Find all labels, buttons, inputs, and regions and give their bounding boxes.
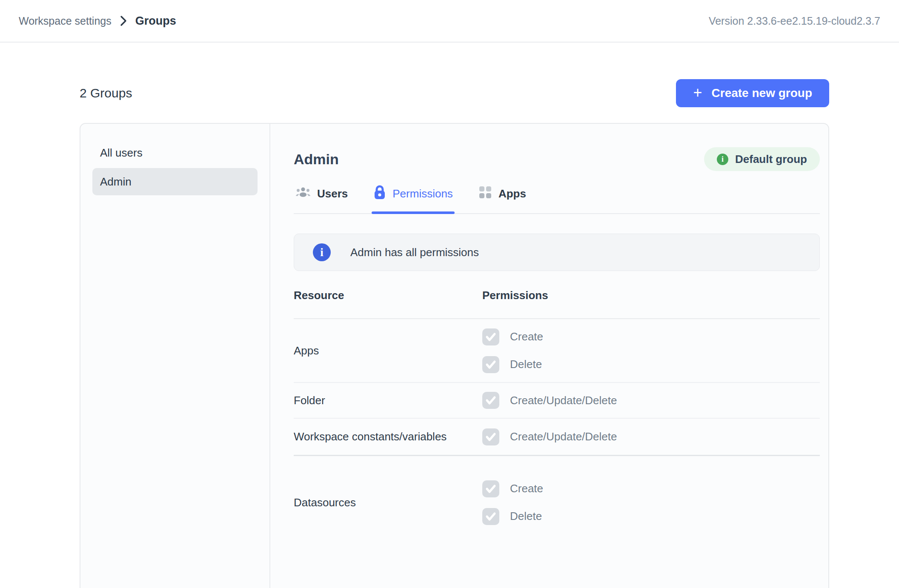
default-group-badge: i Default group: [704, 147, 820, 171]
groups-list-sidebar: All users Admin: [80, 124, 270, 588]
permissions-table-header: Resource Permissions: [294, 271, 820, 319]
resource-column-header: Resource: [294, 289, 482, 302]
plus-icon: +: [693, 85, 702, 100]
permissions-cell: Create Delete: [482, 480, 820, 525]
group-detail-panel: Admin i Default group: [270, 124, 828, 588]
resource-label: Apps: [294, 344, 482, 357]
sidebar-item-all-users[interactable]: All users: [92, 139, 258, 166]
lock-icon: [373, 185, 386, 203]
groups-card: All users Admin Admin i Default group: [80, 123, 829, 588]
users-icon: [295, 186, 311, 202]
grid-icon: [478, 186, 492, 202]
resource-label: Workspace constants/variables: [294, 430, 482, 443]
permissions-table: Resource Permissions Apps Create: [294, 271, 820, 549]
tab-permissions[interactable]: Permissions: [372, 182, 455, 213]
tab-apps[interactable]: Apps: [477, 182, 528, 213]
permission-label: Delete: [510, 510, 542, 523]
green-info-icon: i: [717, 154, 728, 165]
create-checkbox-checked[interactable]: [482, 480, 499, 497]
create-checkbox-checked[interactable]: [482, 328, 499, 345]
groups-count: 2 Groups: [80, 86, 132, 100]
permission-label: Create/Update/Delete: [510, 394, 617, 407]
tab-apps-label: Apps: [498, 187, 526, 200]
permissions-cell: Create Delete: [482, 328, 820, 373]
permission-item: Create/Update/Delete: [482, 428, 820, 445]
app-header: Workspace settings Groups Version 2.33.6…: [0, 0, 899, 43]
sidebar-item-label: All users: [100, 146, 143, 160]
permission-label: Create: [510, 482, 543, 495]
tab-users-label: Users: [317, 187, 348, 200]
crud-checkbox-checked[interactable]: [482, 428, 499, 445]
groups-toolbar: 2 Groups + Create new group: [80, 79, 829, 107]
breadcrumb-workspace-settings[interactable]: Workspace settings: [19, 15, 112, 27]
group-title-row: Admin i Default group: [294, 147, 820, 171]
permission-item: Delete: [482, 508, 820, 525]
table-row-workspace-constants: Workspace constants/variables Create/Upd…: [294, 419, 820, 456]
table-row-folder: Folder Create/Update/Delete: [294, 383, 820, 419]
create-new-group-label: Create new group: [712, 86, 812, 100]
resource-label: Folder: [294, 394, 482, 407]
group-tabs: Users Permissions: [294, 182, 820, 214]
permissions-info-banner: i Admin has all permissions: [294, 234, 820, 271]
version-label: Version 2.33.6-ee2.15.19-cloud2.3.7: [709, 15, 880, 27]
breadcrumb-groups: Groups: [135, 14, 176, 28]
table-row-apps: Apps Create Delete: [294, 319, 820, 383]
permissions-cell: Create/Update/Delete: [482, 392, 820, 409]
tab-permissions-label: Permissions: [392, 187, 453, 200]
tab-users[interactable]: Users: [294, 182, 349, 213]
sidebar-item-admin[interactable]: Admin: [92, 168, 258, 195]
resource-label: Datasources: [294, 496, 482, 509]
default-group-badge-label: Default group: [735, 153, 807, 166]
delete-checkbox-checked[interactable]: [482, 508, 499, 525]
permissions-info-text: Admin has all permissions: [350, 246, 479, 259]
sidebar-item-label: Admin: [100, 175, 132, 188]
permissions-cell: Create/Update/Delete: [482, 428, 820, 445]
permission-item: Delete: [482, 356, 820, 373]
permission-label: Delete: [510, 358, 542, 371]
table-row-datasources: Datasources Create Delete: [294, 456, 820, 549]
permission-label: Create: [510, 330, 543, 343]
permissions-column-header: Permissions: [482, 289, 820, 302]
breadcrumb: Workspace settings Groups: [19, 14, 176, 28]
breadcrumb-chevron-icon: [120, 15, 127, 26]
permission-item: Create: [482, 480, 820, 497]
permission-label: Create/Update/Delete: [510, 430, 617, 443]
crud-checkbox-checked[interactable]: [482, 392, 499, 409]
create-new-group-button[interactable]: + Create new group: [676, 79, 829, 107]
group-title: Admin: [294, 151, 339, 168]
info-icon: i: [313, 243, 331, 261]
permission-item: Create/Update/Delete: [482, 392, 820, 409]
permission-item: Create: [482, 328, 820, 345]
delete-checkbox-checked[interactable]: [482, 356, 499, 373]
